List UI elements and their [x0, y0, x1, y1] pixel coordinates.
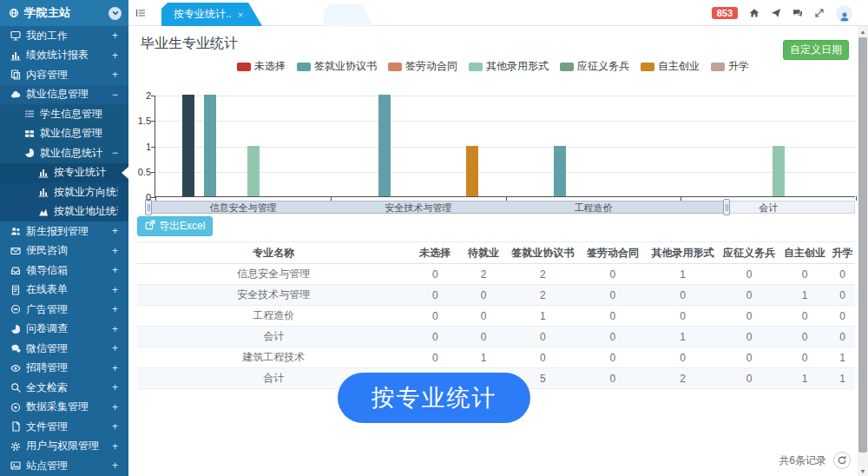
bar-slot — [352, 96, 374, 196]
sidebar-item[interactable]: 问卷调查 + — [0, 320, 128, 340]
sidebar: 学院主站 我的工作 + 绩效统计报表 + 内容管理 + 就业信息管理 − 学生信… — [0, 0, 128, 476]
sidebar-header[interactable]: 学院主站 — [0, 0, 128, 26]
sidebar-item[interactable]: 站点管理 + — [0, 456, 128, 476]
sidebar-item-label: 站点管理 — [26, 459, 112, 473]
avatar[interactable] — [836, 5, 852, 22]
gears-icon — [10, 441, 21, 452]
cloud-icon — [10, 89, 21, 100]
bar-slot — [483, 96, 505, 196]
expand-toggle-icon: + — [112, 323, 118, 335]
sidebar-item[interactable]: 按就业方向统计 — [0, 182, 128, 202]
fullscreen-icon[interactable] — [814, 8, 825, 18]
sidebar-item[interactable]: 在线表单 + — [0, 281, 128, 301]
grid-icon — [24, 129, 35, 139]
sidebar-item-label: 新生报到管理 — [26, 224, 112, 239]
y-axis-label: 0.5 — [128, 167, 151, 177]
sidebar-item-label: 全文检索 — [26, 380, 112, 395]
refresh-button[interactable] — [833, 452, 851, 469]
scroll-down-arrow-icon[interactable]: ▼ — [858, 466, 868, 476]
sidebar-item[interactable]: 就业信息管理 − — [0, 85, 128, 105]
bar-slot — [702, 96, 724, 196]
comments-icon[interactable] — [792, 8, 803, 18]
sidebar-item[interactable]: 用户与权限管理 + — [0, 437, 128, 457]
expand-toggle-icon: + — [112, 381, 118, 393]
value-cell: 0 — [719, 306, 779, 327]
sidebar-item[interactable]: 内容管理 + — [0, 65, 128, 85]
bar-slot — [177, 96, 199, 196]
bar-slot — [724, 96, 746, 196]
bar-slot — [615, 96, 636, 196]
search-icon — [10, 382, 21, 393]
export-excel-button[interactable]: 导出Excel — [137, 216, 213, 236]
sidebar-item[interactable]: 就业信息管理 — [0, 124, 128, 144]
value-cell: 0 — [719, 347, 779, 368]
monitor-icon — [10, 30, 21, 41]
bar-待就业[interactable] — [182, 95, 194, 196]
sidebar-item-label: 广告管理 — [26, 302, 112, 317]
sidebar-item[interactable]: 广告管理 + — [0, 300, 128, 320]
bar-slot — [658, 96, 680, 196]
table-row: 信息安全与管理02201000 — [137, 264, 855, 285]
tab-label: 按专业统计.. — [174, 7, 232, 22]
sidebar-item[interactable]: 学生信息管理 — [0, 104, 128, 124]
notification-badge[interactable]: 853 — [712, 7, 738, 19]
sidebar-item[interactable]: 绩效统计报表 + — [0, 46, 128, 66]
bar-其他录用形式[interactable] — [247, 146, 260, 197]
sidebar-item[interactable]: 新生报到管理 + — [0, 221, 128, 241]
bar-slot — [462, 96, 483, 196]
sidebar-item[interactable]: 数据采集管理 + — [0, 398, 128, 418]
x-axis-category-label: 工程造价 — [574, 202, 612, 214]
value-cell: 0 — [460, 327, 507, 347]
sidebar-item[interactable]: 全文检索 + — [0, 378, 128, 398]
globe-icon — [9, 8, 19, 18]
sidebar-item[interactable]: 我的工作 + — [0, 26, 128, 46]
sidebar-collapse-button[interactable] — [108, 7, 122, 20]
sidebar-item[interactable]: 按就业地址统计 — [0, 202, 128, 222]
scroll-up-arrow-icon[interactable]: ▲ — [858, 26, 868, 36]
expand-toggle-icon: + — [112, 30, 118, 42]
sidebar-item[interactable]: 微信管理 + — [0, 339, 128, 359]
bar-group — [681, 96, 856, 196]
bar-slot — [681, 96, 702, 196]
sidebar-item-active[interactable]: 按专业统计 — [0, 163, 128, 183]
datazoom-slider[interactable]: 信息安全与管理安全技术与管理工程造价会计 — [148, 201, 855, 214]
value-cell: 0 — [830, 285, 855, 306]
tab-close-icon[interactable]: × — [238, 10, 243, 20]
vertical-scrollbar[interactable]: ▲ ▼ — [858, 26, 868, 476]
sidebar-item[interactable]: 领导信箱 + — [0, 261, 128, 281]
value-cell: 0 — [460, 306, 507, 327]
value-cell: 0 — [719, 327, 779, 347]
y-axis-label: 2 — [128, 90, 151, 101]
y-axis-label: 0 — [128, 192, 151, 202]
datazoom-right-handle[interactable] — [723, 199, 730, 215]
expand-toggle-icon: + — [112, 69, 118, 81]
bar-slot — [571, 96, 593, 196]
inactive-tab[interactable] — [324, 4, 374, 26]
bar-签就业协议书[interactable] — [204, 95, 216, 196]
value-cell: 0 — [719, 264, 779, 285]
bar-slot — [374, 96, 396, 196]
x-axis-tick — [856, 196, 857, 201]
send-icon[interactable] — [771, 8, 781, 18]
bar-slot — [243, 96, 265, 196]
home-icon[interactable] — [749, 8, 760, 18]
tab-active[interactable]: 按专业统计.. × — [161, 3, 262, 26]
sidebar-item[interactable]: 就业信息统计 − — [0, 143, 128, 163]
sidebar-item[interactable]: 文件管理 + — [0, 417, 128, 437]
bar-slot — [265, 96, 286, 196]
sidebar-item[interactable]: 便民咨询 + — [0, 241, 128, 261]
scrollbar-thumb[interactable] — [858, 37, 867, 453]
bar-其他录用形式[interactable] — [773, 146, 785, 197]
sidebar-item-label: 按就业地址统计 — [54, 204, 118, 219]
value-cell: 0 — [579, 306, 648, 327]
value-cell: 0 — [647, 347, 719, 368]
expand-toggle-icon: + — [112, 225, 118, 237]
value-cell: 0 — [410, 347, 460, 368]
table-header-cell: 其他录用形式 — [647, 242, 719, 264]
bar-签就业协议书[interactable] — [554, 146, 566, 197]
sidebar-item[interactable]: 招聘管理 + — [0, 359, 128, 379]
bar-自主创业[interactable] — [466, 146, 478, 197]
menu-fold-icon[interactable] — [135, 6, 146, 22]
value-cell: 0 — [579, 368, 648, 389]
bar-签就业协议书[interactable] — [378, 95, 391, 196]
